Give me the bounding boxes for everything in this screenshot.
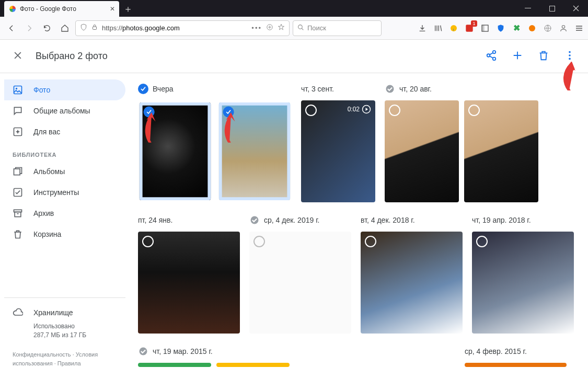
photo-checkbox[interactable] [365,236,376,247]
svg-point-28 [140,348,147,355]
photo-checkbox[interactable] [142,236,154,247]
group-date[interactable]: ср, 4 февр. 2015 г. [465,347,527,355]
library-icon[interactable] [433,24,443,33]
storage-used-label: Использовано [33,322,117,331]
group-date[interactable]: вт, 4 дек. 2018 г. [361,216,415,224]
sidebar-footer-links[interactable]: Конфиденциальность · Условия использован… [4,345,125,373]
date-group: пт, 24 янв. [138,213,240,334]
window-minimize-button[interactable] [516,0,540,17]
sidebar-item-for-you[interactable]: Для вас [4,121,125,142]
photo-thumbnail[interactable] [216,363,290,367]
add-button[interactable] [512,50,523,63]
group-checkbox[interactable] [138,346,148,357]
sidebar-item-utilities[interactable]: Инструменты [4,182,125,203]
group-date[interactable]: Вчера [153,85,174,93]
delete-button[interactable] [538,50,549,63]
tab-title: Фото - Google Фото [20,5,110,13]
svg-rect-24 [15,212,21,217]
photo-thumbnail[interactable] [140,102,211,200]
sidebar-item-albums[interactable]: Альбомы [4,161,125,182]
sidebar-item-archive[interactable]: Архив [4,203,125,224]
browser-extension-icons: ✖ [418,24,584,33]
tab-strip: Фото - Google Фото ✕ ＋ [0,0,133,17]
video-duration-badge: 0:02 [348,105,371,114]
storage-title-text: Хранилище [33,308,73,317]
photo-thumbnail[interactable] [464,100,538,202]
extension-orange-icon[interactable] [527,24,537,33]
nav-reload-button[interactable] [40,21,54,36]
new-tab-button[interactable]: ＋ [123,1,133,17]
svg-rect-2 [93,27,97,30]
extension-globe-icon[interactable] [543,24,552,33]
browser-tab[interactable]: Фото - Google Фото ✕ [4,1,119,17]
video-thumbnail[interactable]: 0:02 [301,100,375,202]
date-group: вт, 4 дек. 2018 г. [361,213,463,334]
date-group-yesterday: Вчера [138,82,292,202]
bookmark-star-icon[interactable] [278,24,285,32]
photo-thumbnail[interactable] [472,232,574,334]
group-date[interactable]: пт, 24 янв. [138,216,172,224]
url-more-icon[interactable]: ••• [251,24,262,32]
sidebar-library-header: БИБЛИОТЕКА [4,142,125,161]
window-maximize-button[interactable] [540,0,564,17]
url-bar[interactable]: https://photos.google.com ••• [75,20,290,36]
photo-checkbox[interactable] [223,107,234,118]
photo-thumbnail[interactable] [465,363,567,367]
tab-close-icon[interactable]: ✕ [110,5,115,13]
photo-checkbox[interactable] [253,236,265,247]
photo-checkbox[interactable] [389,105,400,116]
trash-icon [13,229,23,239]
svg-point-4 [298,25,303,29]
group-date[interactable]: чт, 19 апр. 2018 г. [472,216,531,224]
extension-green-x-icon[interactable]: ✖ [512,24,521,33]
photo-thumbnail[interactable] [138,232,240,334]
sidebar-item-photos[interactable]: Фото [4,79,125,100]
window-close-button[interactable] [564,0,588,17]
photo-checkbox[interactable] [468,105,480,116]
browser-menu-icon[interactable] [574,24,584,33]
more-actions-button[interactable] [564,50,575,63]
group-date[interactable]: чт, 3 сент. [301,85,334,93]
extension-yellow-icon[interactable] [449,24,458,33]
extension-adblock-icon[interactable] [465,24,474,33]
svg-point-14 [493,57,496,60]
selection-close-button[interactable] [13,50,25,63]
reader-icon[interactable] [266,24,273,32]
storage-block[interactable]: Хранилище Использовано 287,7 МБ из 17 ГБ [4,297,125,345]
share-button[interactable] [486,50,497,63]
date-group: чт, 19 мар. 2015 г. [138,344,295,367]
sidebar-item-trash[interactable]: Корзина [4,224,125,245]
svg-point-27 [251,216,259,224]
downloads-icon[interactable] [418,24,427,33]
photo-thumbnail[interactable] [138,363,211,367]
photo-thumbnail[interactable] [361,232,463,334]
group-date[interactable]: чт, 19 мар. 2015 г. [153,347,213,355]
extension-shield-blue-icon[interactable] [496,24,505,33]
group-checkbox[interactable] [138,84,148,94]
group-checkbox[interactable] [249,215,260,225]
photo-thumbnail[interactable] [219,102,290,200]
sidebar-item-sharing[interactable]: Общие альбомы [4,100,125,121]
account-icon[interactable] [559,24,568,33]
browser-search-input[interactable]: Поиск [293,20,382,36]
svg-point-12 [493,50,496,53]
group-checkbox[interactable] [385,84,395,94]
photo-checkbox[interactable] [305,105,317,116]
group-date[interactable]: чт, 20 авг. [399,85,432,93]
svg-point-15 [569,51,571,53]
date-group: чт, 20 авг. [385,82,538,202]
nav-back-button[interactable] [4,21,19,36]
sidebar-item-label: Фото [33,86,50,94]
shield-icon[interactable] [80,24,87,32]
photo-thumbnail[interactable] [249,232,351,334]
sidebar-toggle-icon[interactable] [480,24,490,33]
photo-checkbox[interactable] [144,107,155,118]
nav-forward-button[interactable] [22,21,37,36]
nav-home-button[interactable] [57,21,72,36]
browser-titlebar: Фото - Google Фото ✕ ＋ [0,0,588,17]
photo-thumbnail[interactable] [385,100,459,202]
photo-checkbox[interactable] [476,236,488,247]
lock-icon[interactable] [91,24,98,32]
svg-rect-1 [549,6,555,11]
group-date[interactable]: ср, 4 дек. 2019 г. [264,216,319,224]
